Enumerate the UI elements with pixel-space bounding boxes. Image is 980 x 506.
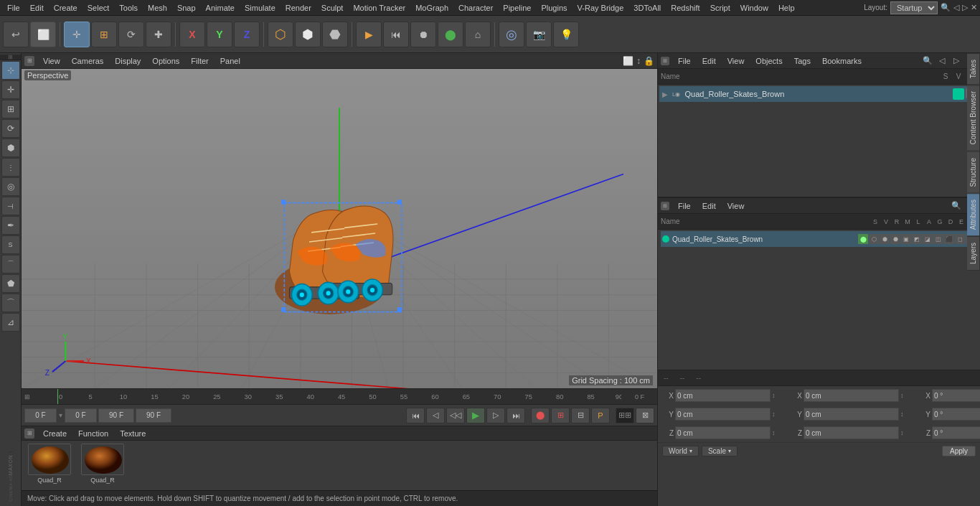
move-tool-button[interactable]: ✛ [64,22,90,47]
object-row-skates[interactable]: ▶ L◉ Quad_Roller_Skates_Brown ◻ [659,86,979,102]
scale-tool[interactable]: ⊞ [1,100,20,118]
attr-icon-visible[interactable]: ⬤ [858,234,868,244]
side-tab-attributes[interactable]: Attributes [967,193,980,236]
obj-search-icon[interactable]: 🔍 [921,56,934,65]
obj-menu-file[interactable]: File [675,56,694,66]
viewport-menu-options[interactable]: Options [149,56,182,66]
menu-render[interactable]: Render [281,2,316,14]
viewport-menu-display[interactable]: Display [112,56,143,66]
attr-icon-render[interactable]: ⬡ [869,234,879,244]
viewport-menu-view[interactable]: View [40,56,63,66]
material-item-2[interactable]: Quad_R [77,444,128,484]
move-tool[interactable]: ✛ [1,80,20,99]
material-menu-function[interactable]: Function [75,428,111,439]
menu-window[interactable]: Window [736,2,773,14]
obj-menu-bookmarks[interactable]: Bookmarks [819,56,864,66]
side-tab-layers[interactable]: Layers [967,236,980,271]
menu-help[interactable]: Help [774,2,799,14]
paint-tool[interactable]: ⬟ [1,274,20,293]
polyscale-tool[interactable]: ⬢ [1,139,20,157]
menu-character[interactable]: Character [454,2,497,14]
x-axis-button[interactable]: X [179,22,205,47]
menu-plugins[interactable]: Plugins [537,2,571,14]
scale-dropdown[interactable]: Scale ▾ [702,446,738,456]
camera-button[interactable]: 📷 [526,22,552,47]
sphere-button[interactable]: ⬣ [322,22,348,47]
auto-key-button[interactable]: ⊞ [551,408,570,423]
attr-icon-generator[interactable]: ▣ [901,234,911,244]
layout-icon-forward[interactable]: ▷ [962,3,968,12]
timeline-button[interactable]: ⊠ [636,408,654,423]
magnet-tool[interactable]: ◎ [1,177,20,196]
play-forward-button[interactable]: ▶ [466,408,485,423]
stamp-tool[interactable]: S [1,235,20,254]
attr-icon-lock[interactable]: ◩ [912,234,922,244]
obj-expand-icon[interactable]: ▶ [662,90,668,98]
viewport-menu-cameras[interactable]: Cameras [69,56,107,66]
cube-button[interactable]: ⬢ [295,22,321,47]
timeline-markers[interactable]: 0 5 10 15 20 25 30 35 40 45 50 55 60 65 [57,389,621,404]
menu-mograph[interactable]: MoGraph [411,2,453,14]
apply-button[interactable]: Apply [942,446,976,456]
side-tab-content-browser[interactable]: Content Browser [967,85,980,151]
interactive-render-button[interactable]: ⬤ [438,22,463,47]
coord-x-input[interactable] [675,389,771,402]
render-region-button[interactable]: ⌂ [465,22,491,47]
viewport-icon-arrows[interactable]: ↕ [636,56,641,66]
record-button[interactable]: ⬤ [531,408,550,423]
attr-icon-motion[interactable]: ⬢ [880,234,890,244]
side-tab-takes[interactable]: Takes [967,53,980,85]
side-tab-structure[interactable]: Structure [967,151,980,194]
attr-icon-deform[interactable]: ⬣ [890,234,900,244]
material-grid-icon[interactable]: ⊞ [24,428,34,439]
smooth-tool[interactable]: ⌒ [1,255,20,273]
layout-icon-search[interactable]: 🔍 [941,3,951,12]
attr-grid-icon[interactable]: ⊞ [661,202,669,210]
viewport-menu-panel[interactable]: Panel [217,56,243,66]
coord-xrot-input[interactable] [932,389,980,402]
menu-pipeline[interactable]: Pipeline [499,2,535,14]
viewport-menu-filter[interactable]: Filter [188,56,211,66]
end-frame-a-input[interactable] [98,408,134,423]
coord-ysize-input[interactable] [804,408,899,421]
current-frame-input[interactable] [65,408,97,423]
rotate-tool-button[interactable]: ⟳ [118,22,144,47]
obj-menu-edit[interactable]: Edit [699,56,719,66]
menu-select[interactable]: Select [83,2,114,14]
viewport-grid-icon[interactable]: ⊞ [24,56,34,66]
menu-script[interactable]: Script [706,2,735,14]
null-object-button[interactable]: ⬡ [268,22,293,47]
timeline-ruler[interactable]: ⊞ 0 5 10 15 20 25 30 35 [22,388,657,404]
attr-icon-bones[interactable]: ◫ [933,234,943,244]
world-dropdown[interactable]: World ▾ [662,446,699,456]
step-back-button[interactable]: ◁ [426,408,445,423]
menu-mesh[interactable]: Mesh [143,2,171,14]
light-button[interactable]: 💡 [553,22,579,47]
menu-motion-tracker[interactable]: Motion Tracker [349,2,410,14]
jump-end-button[interactable]: ⏭ [507,408,525,423]
render-settings-button[interactable]: ⏺ [410,22,436,47]
coord-y-input[interactable] [675,408,771,421]
render-picture-button[interactable]: ⏮ [383,22,409,47]
key-button[interactable]: ⊟ [571,408,590,423]
rotate-tool[interactable]: ⟳ [1,119,20,138]
menu-edit[interactable]: Edit [26,2,48,14]
viewport-icon-maximize[interactable]: ⬜ [623,56,633,66]
layout-select[interactable]: Startup [890,1,938,14]
step-forward-button[interactable]: ▷ [486,408,505,423]
menu-create[interactable]: Create [50,2,82,14]
viewport-icon-lock[interactable]: 🔒 [644,56,654,66]
undo-button[interactable]: ↩ [3,22,29,47]
material-item-1[interactable]: Quad_R [24,444,75,484]
obj-menu-view[interactable]: View [725,56,748,66]
obj-grid-icon[interactable]: ⊞ [661,57,669,65]
start-frame-input[interactable] [24,408,57,423]
perspective-button[interactable]: ◎ [499,22,524,47]
obj-arrow-back-icon[interactable]: ◁ [936,56,948,65]
coord-zrot-input[interactable] [932,426,980,439]
play-back-button[interactable]: ◁◁ [446,408,465,423]
z-axis-button[interactable]: Z [234,22,260,47]
redo-button[interactable]: ⬜ [30,22,56,47]
coord-z-input[interactable] [675,426,771,439]
layout-icon-back[interactable]: ◁ [953,3,959,12]
